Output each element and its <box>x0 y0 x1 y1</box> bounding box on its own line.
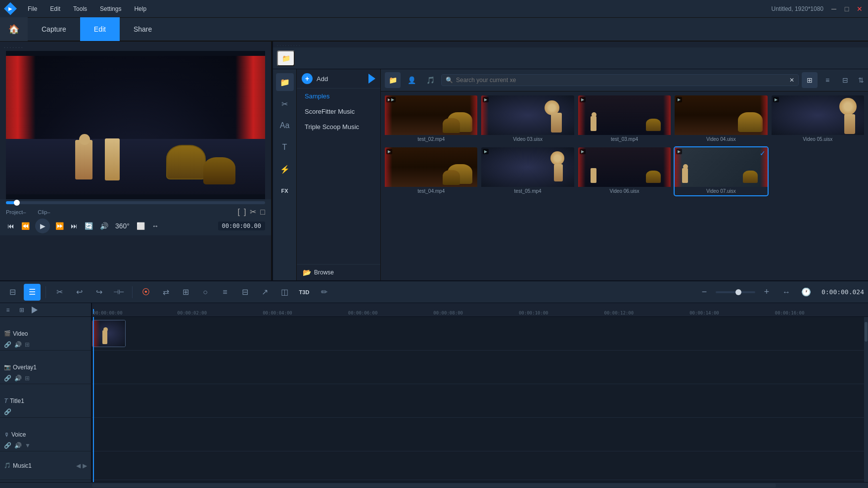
media-thumb-6[interactable]: ▶ test_04.mp4 <box>385 147 477 195</box>
menu-tools[interactable]: Tools <box>68 3 92 14</box>
app-icon[interactable] <box>4 2 17 15</box>
tl-clock[interactable]: 🕐 <box>798 284 815 301</box>
transitions-btn[interactable]: ✂ <box>276 95 294 113</box>
menu-edit[interactable]: Edit <box>45 3 65 14</box>
zoom-thumb[interactable] <box>735 289 741 295</box>
next-frame-btn[interactable]: ⏩ <box>54 221 65 231</box>
volume-btn[interactable]: 🔊 <box>98 221 110 231</box>
add-btn[interactable]: + <box>302 73 313 84</box>
grid-view-btn[interactable]: ⊞ <box>802 72 818 88</box>
sort-btn[interactable]: ⇅ <box>858 76 864 84</box>
tl-grid-btn[interactable]: ⊟ <box>236 284 253 301</box>
timeline-ruler[interactable]: 00:00:00:00 00:00:02:00 00:00:04:00 00:0… <box>92 303 868 317</box>
capture-tab[interactable]: Capture <box>28 17 80 41</box>
minimize-btn[interactable]: ─ <box>829 4 838 13</box>
media-thumb-1[interactable]: ▶ test_02.mp4 <box>385 95 477 143</box>
lib-people-btn[interactable]: 👤 <box>404 72 419 88</box>
zoom-btn[interactable]: ↔ <box>150 221 160 231</box>
video-link-icon[interactable]: 🔗 <box>4 341 11 348</box>
overlay-grid-icon[interactable]: ⊞ <box>25 375 30 382</box>
video-audio-icon[interactable]: 🔊 <box>14 341 22 348</box>
playhead[interactable] <box>93 317 94 482</box>
bracket-out[interactable]: ] <box>244 207 246 217</box>
tl-undo-btn[interactable]: ↩ <box>71 284 88 301</box>
voice-link-icon[interactable]: 🔗 <box>4 442 11 449</box>
title-link-icon[interactable]: 🔗 <box>4 408 11 415</box>
overlay-link-icon[interactable]: 🔗 <box>4 375 11 382</box>
vr-btn[interactable]: 360° <box>114 221 131 231</box>
lib-music-btn[interactable]: 🎵 <box>422 72 438 88</box>
share-tab[interactable]: Share <box>120 17 166 41</box>
home-button[interactable]: 🏠 <box>0 17 28 41</box>
detail-view-btn[interactable]: ⊟ <box>837 72 853 88</box>
voice-audio-icon[interactable]: 🔊 <box>14 442 22 449</box>
track-settings-btn[interactable]: ⊞ <box>16 304 28 316</box>
tl-swap-btn[interactable]: ⇄ <box>157 284 174 301</box>
cat-triplescoop[interactable]: Triple Scoop Music <box>297 119 380 134</box>
tl-zoom-fit[interactable]: ↔ <box>778 284 795 301</box>
add-dropdown-icon[interactable] <box>368 74 375 84</box>
titles-btn[interactable]: Aa <box>276 117 294 134</box>
tl-caption-btn[interactable]: ≡ <box>217 284 233 301</box>
prev-frame-btn[interactable]: ⏪ <box>20 221 31 231</box>
tl-mask-btn[interactable]: ◫ <box>276 284 293 301</box>
search-clear[interactable]: ✕ <box>789 77 794 84</box>
scroll-track[interactable] <box>92 484 776 488</box>
tl-fit-btn[interactable]: ⊣⊢ <box>110 284 127 301</box>
video-grid-icon[interactable]: ⊞ <box>25 341 30 348</box>
tl-zoom-in[interactable]: + <box>758 284 775 301</box>
tl-paint-btn[interactable]: ✏ <box>316 284 332 301</box>
media-thumb-8[interactable]: ▶ Video 06.uisx <box>578 147 671 195</box>
tl-redo-btn[interactable]: ↪ <box>91 284 107 301</box>
search-input[interactable] <box>456 77 786 84</box>
next-btn[interactable]: ⏭ <box>69 221 79 231</box>
fx-btn[interactable]: FX <box>276 182 294 200</box>
tl-zoom-out[interactable]: − <box>696 284 713 301</box>
media-thumb-2[interactable]: ▶ Video 03.uisx <box>481 95 574 143</box>
loop-btn[interactable]: 🔄 <box>83 221 94 231</box>
snapshot-btn[interactable]: □ <box>260 207 265 217</box>
lib-search[interactable]: 🔍 ✕ <box>441 74 799 86</box>
menu-help[interactable]: Help <box>129 3 151 14</box>
timeline-scrollbar[interactable] <box>0 482 868 488</box>
close-btn[interactable]: ✕ <box>855 4 864 13</box>
list-view-btn[interactable]: ≡ <box>820 72 835 88</box>
edit-tab[interactable]: Edit <box>80 17 120 41</box>
voice-down-icon[interactable]: ▼ <box>25 442 31 449</box>
bracket-in[interactable]: [ <box>237 207 239 217</box>
tl-ripple-btn[interactable]: ⦿ <box>137 284 154 301</box>
timeline-scrubber[interactable] <box>6 201 265 204</box>
tl-timeline-view[interactable]: ☰ <box>24 284 41 301</box>
media-thumb-4[interactable]: ▶ Video 04.uisx <box>675 95 767 143</box>
play-btn[interactable]: ▶ <box>35 219 50 233</box>
import-btn[interactable]: 📁 <box>277 50 295 66</box>
menu-settings[interactable]: Settings <box>95 3 126 14</box>
tl-list-view[interactable]: ⊟ <box>4 284 21 301</box>
text-btn[interactable]: T <box>276 138 294 156</box>
lib-filter-btn[interactable]: 📁 <box>385 72 401 88</box>
prev-btn[interactable]: ⏮ <box>6 221 16 231</box>
tl-multi-btn[interactable]: ⊞ <box>177 284 194 301</box>
music-next-arrow[interactable]: ▶ <box>83 462 87 469</box>
scrubber-thumb[interactable] <box>14 200 20 206</box>
video-clip[interactable] <box>92 320 126 347</box>
track-expand-btn[interactable] <box>32 307 38 313</box>
cat-scorefitter[interactable]: ScoreFitter Music <box>297 104 380 119</box>
tl-3d-btn[interactable]: T3D <box>296 284 313 301</box>
cat-samples[interactable]: Samples <box>297 89 380 104</box>
vscroll-thumb[interactable] <box>865 322 868 342</box>
media-thumb-7[interactable]: ▶ test_05.mp4 <box>481 147 574 195</box>
media-files-btn[interactable]: 📁 <box>276 73 294 91</box>
maximize-btn[interactable]: □ <box>842 4 851 13</box>
zoom-slider[interactable] <box>716 291 755 293</box>
tl-merge-btn[interactable]: ○ <box>197 284 214 301</box>
tl-motion-btn[interactable]: ↗ <box>256 284 273 301</box>
media-thumb-9[interactable]: ▶ ✓ Video 07.uisx <box>675 147 767 195</box>
media-thumb-5[interactable]: ▶ Video 05.uisx <box>772 95 864 143</box>
timeline-vscroll[interactable] <box>864 317 868 482</box>
browse-btn[interactable]: 📂 Browse <box>297 264 380 280</box>
menu-file[interactable]: File <box>23 3 42 14</box>
effects-btn[interactable]: ⚡ <box>276 160 294 178</box>
tl-split-btn[interactable]: ✂ <box>51 284 68 301</box>
crop-btn[interactable]: ✂ <box>250 207 256 217</box>
